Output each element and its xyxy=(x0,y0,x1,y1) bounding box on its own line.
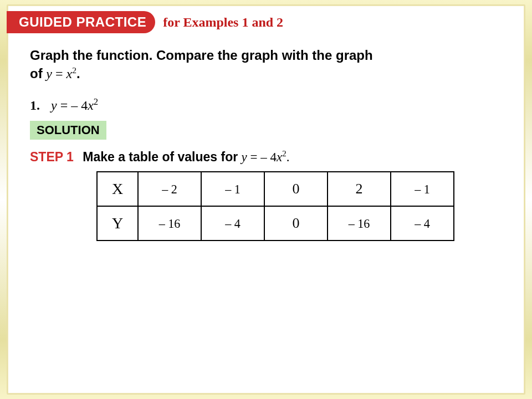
x-cell: – 1 xyxy=(201,172,264,206)
solution-badge: SOLUTION xyxy=(30,121,106,140)
y-cell: – 16 xyxy=(138,206,201,241)
values-table: X – 2 – 1 0 2 – 1 Y – 16 – 4 0 – 16 – 4 xyxy=(96,171,454,241)
prompt-line1: Graph the function. Compare the graph wi… xyxy=(30,48,373,63)
step1-period: . xyxy=(287,150,290,164)
step1-eq-neg: – 4 xyxy=(260,150,277,164)
prompt-period: . xyxy=(76,66,80,81)
problem-eq-neg: – 4 xyxy=(71,98,88,112)
row-head-y: Y xyxy=(97,206,138,241)
y-cell: – 4 xyxy=(391,206,454,241)
prompt-text: Graph the function. Compare the graph wi… xyxy=(30,47,502,83)
page-inner: GUIDED PRACTICE for Examples 1 and 2 Gra… xyxy=(7,4,525,395)
prompt-eq-mid: = xyxy=(52,66,66,81)
x-cell: 0 xyxy=(264,172,328,206)
guided-practice-pill: GUIDED PRACTICE xyxy=(7,11,155,33)
problem-eq-mid: = xyxy=(57,98,71,112)
x-cell: 2 xyxy=(328,172,391,206)
header-subtitle: for Examples 1 and 2 xyxy=(163,15,283,30)
prompt-eq-sup: 2 xyxy=(72,65,76,75)
y-cell: 0 xyxy=(264,206,328,241)
x-cell: – 1 xyxy=(391,172,454,206)
step1-eq-x: x xyxy=(277,150,282,164)
step1-eq-sup: 2 xyxy=(282,150,286,158)
values-table-wrap: X – 2 – 1 0 2 – 1 Y – 16 – 4 0 – 16 – 4 xyxy=(96,171,502,241)
step1-eq-y: y xyxy=(242,150,247,164)
content-area: Graph the function. Compare the graph wi… xyxy=(8,33,524,241)
problem-eq-x: x xyxy=(88,98,94,112)
problem-number: 1. xyxy=(30,98,40,112)
step1-row: STEP 1 Make a table of values for y = – … xyxy=(30,150,502,165)
y-cell: – 4 xyxy=(201,206,264,241)
problem-eq-y: y xyxy=(51,98,57,112)
row-head-x: X xyxy=(97,172,138,206)
table-row: Y – 16 – 4 0 – 16 – 4 xyxy=(97,206,454,241)
problem-line: 1. y = – 4x2 xyxy=(30,96,502,113)
y-cell: – 16 xyxy=(328,206,391,241)
header-row: GUIDED PRACTICE for Examples 1 and 2 xyxy=(7,11,524,33)
table-row: X – 2 – 1 0 2 – 1 xyxy=(97,172,454,206)
x-cell: – 2 xyxy=(138,172,201,206)
step1-eq-mid: = xyxy=(247,150,260,164)
step1-label: STEP 1 xyxy=(30,150,74,164)
prompt-eq-x: x xyxy=(66,66,73,81)
prompt-line2-prefix: of xyxy=(30,66,46,81)
step1-text-prefix: Make a table of values for xyxy=(83,150,241,164)
problem-eq-sup: 2 xyxy=(94,96,98,107)
prompt-eq-y: y xyxy=(46,66,52,81)
